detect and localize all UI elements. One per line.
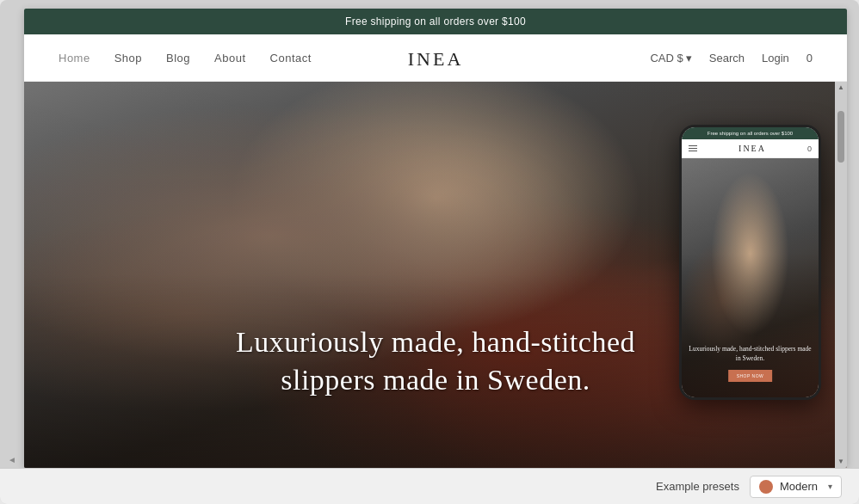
hero-section: Luxuriously made, hand-stitched slippers… (24, 82, 847, 468)
nav-contact[interactable]: Contact (270, 52, 312, 65)
nav-right: CAD $ ▾ Search Login 0 (650, 52, 813, 65)
hero-headline-line1: Luxuriously made, hand-stitched (236, 326, 635, 358)
mobile-shop-button[interactable]: SHOP NOW (728, 370, 773, 382)
search-button[interactable]: Search (709, 52, 745, 65)
mobile-announcement-bar: Free shipping on all orders over $100 (682, 127, 819, 139)
nav-blog[interactable]: Blog (166, 52, 190, 65)
left-scroll-area: ◄ (0, 9, 24, 468)
currency-selector[interactable]: CAD $ ▾ (650, 52, 691, 65)
navigation: Home Shop Blog About Contact INEA CAD $ … (24, 34, 847, 82)
bottom-preset-bar: Example presets Modern ▾ (0, 468, 859, 504)
mobile-hero-section: Luxuriously made, hand-stitched slippers… (682, 158, 819, 397)
nav-home[interactable]: Home (59, 52, 90, 65)
mobile-hero-headline: Luxuriously made, hand-stitched slippers… (689, 345, 812, 363)
currency-label: CAD $ (650, 52, 683, 65)
nav-shop[interactable]: Shop (114, 52, 142, 65)
preset-name: Modern (780, 480, 818, 493)
announcement-text: Free shipping on all orders over $100 (345, 15, 526, 28)
mobile-logo: INEA (738, 144, 766, 153)
scrollbar-down-arrow[interactable]: ▼ (837, 456, 844, 468)
hero-headline: Luxuriously made, hand-stitched slippers… (220, 323, 651, 399)
preset-color-dot (759, 480, 773, 494)
browser-chrome: ◄ Free shipping on all orders over $100 … (0, 0, 859, 504)
mobile-cart-count[interactable]: 0 (807, 144, 812, 153)
mobile-announcement-text: Free shipping on all orders over $100 (708, 131, 793, 136)
mobile-inner: Free shipping on all orders over $100 IN… (682, 127, 819, 397)
site-logo[interactable]: INEA (408, 48, 464, 71)
mobile-hero-text: Luxuriously made, hand-stitched slippers… (682, 345, 819, 363)
cart-count[interactable]: 0 (806, 52, 813, 65)
left-scroll-arrow[interactable]: ◄ (8, 455, 16, 464)
login-button[interactable]: Login (762, 52, 789, 65)
hero-headline-line2: slippers made in Sweden. (281, 364, 590, 396)
vertical-scrollbar: ▲ ▼ (835, 82, 847, 468)
preset-chevron-icon: ▾ (828, 482, 832, 491)
nav-about[interactable]: About (214, 52, 245, 65)
mobile-hamburger-icon[interactable] (689, 145, 697, 151)
currency-chevron: ▾ (686, 52, 692, 65)
preset-label: Example presets (656, 480, 739, 493)
preset-selector[interactable]: Modern ▾ (750, 476, 842, 498)
scrollbar-up-arrow[interactable]: ▲ (837, 82, 844, 94)
nav-left: Home Shop Blog About Contact (59, 52, 312, 65)
scrollbar-thumb[interactable] (837, 111, 844, 163)
mobile-device-mockup: Free shipping on all orders over $100 IN… (679, 125, 821, 400)
site-wrapper: Free shipping on all orders over $100 Ho… (24, 9, 847, 468)
mobile-navigation: INEA 0 (682, 139, 819, 158)
announcement-bar: Free shipping on all orders over $100 (24, 9, 847, 34)
